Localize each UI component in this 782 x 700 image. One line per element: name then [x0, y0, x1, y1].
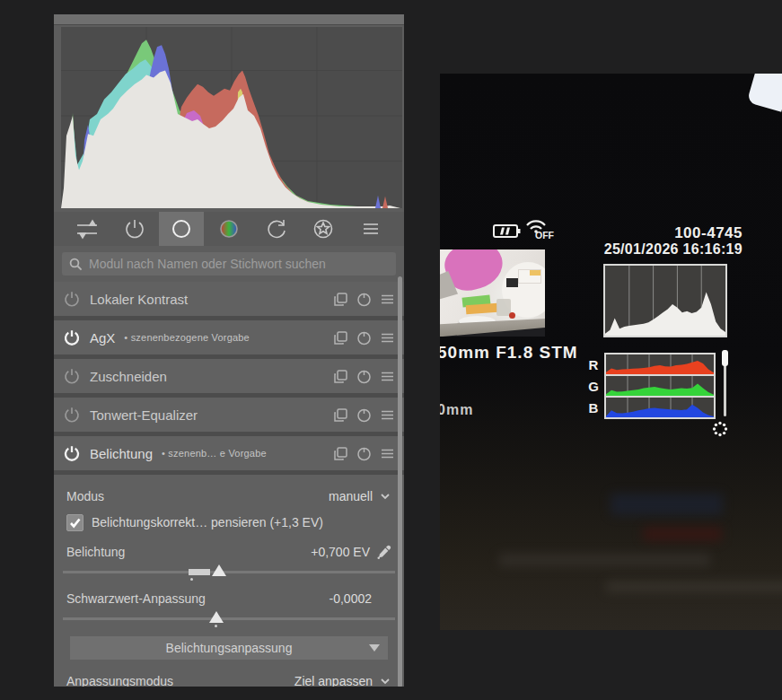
slider-track[interactable] [63, 617, 395, 620]
presets-hamburger[interactable] [348, 212, 393, 246]
hist-tail-blue [375, 196, 381, 208]
lcd-scroll-knob [722, 350, 728, 366]
slider-pointer[interactable] [212, 564, 226, 576]
presets-menu-icon[interactable] [380, 330, 395, 346]
module-title: Tonwert-Equalizer [90, 407, 198, 423]
eyedropper-icon[interactable] [376, 545, 391, 560]
power-icon[interactable] [63, 367, 81, 385]
green-channel-area [606, 383, 714, 396]
tab-color-group[interactable] [206, 212, 251, 246]
file-number: 100-4745 [674, 224, 742, 242]
wifi-status-label: OFF [535, 230, 554, 241]
black-level-value: -0,0002 [329, 591, 372, 606]
power-icon[interactable] [63, 290, 81, 308]
instances-icon[interactable] [333, 446, 348, 461]
small-dark-object [506, 278, 518, 287]
exposure-value: +0,700 EV [311, 545, 370, 559]
power-icon[interactable] [63, 444, 81, 462]
slider-pointer[interactable] [209, 611, 224, 623]
panel-scrollbar[interactable] [398, 276, 402, 687]
presets-menu-icon[interactable] [380, 407, 395, 423]
reset-icon[interactable] [356, 407, 372, 423]
panel-top-scrollbar[interactable] [54, 14, 404, 25]
check-icon [68, 516, 82, 529]
rotate-icon [265, 217, 288, 241]
channel-label-b: B [585, 400, 602, 416]
compensate-checkbox[interactable] [66, 514, 83, 531]
section-belichtungsanpassung[interactable]: Belichtungsanpassung [70, 636, 388, 660]
chevron-down-icon[interactable] [379, 675, 391, 687]
orange-notes [466, 303, 498, 314]
chevron-down-icon[interactable] [379, 490, 391, 503]
search-input[interactable] [89, 257, 389, 271]
module-list: Lokaler Kontrast AgX • szenenbezogene Vo… [54, 282, 404, 687]
presets-menu-icon[interactable] [380, 446, 395, 461]
reset-icon[interactable] [356, 330, 372, 346]
lcd-green-histogram [604, 374, 716, 398]
power-icon[interactable] [63, 328, 81, 346]
instances-icon[interactable] [333, 292, 348, 307]
slider-track[interactable] [63, 571, 395, 573]
belichtung-expanded-body: Modus manuell Belichtungskorrekt… pensie… [54, 475, 404, 687]
module-title: Zuschneiden [90, 369, 167, 384]
module-agx[interactable]: AgX • szenenbezogene Vorgabe [54, 320, 404, 354]
module-title: Belichtung [90, 446, 153, 461]
scope-histogram[interactable] [61, 27, 402, 208]
battery-icon [493, 223, 522, 239]
wall-box-sticker [530, 270, 540, 276]
channel-label-g: G [585, 379, 602, 394]
luminance-area [605, 293, 725, 336]
reset-icon[interactable] [356, 369, 372, 384]
reset-icon[interactable] [356, 292, 372, 307]
slider-default-dot [215, 625, 217, 627]
module-zuschneiden[interactable]: Zuschneiden [54, 359, 404, 393]
faint-blue-reflection [611, 494, 723, 515]
instances-icon[interactable] [333, 407, 348, 423]
tab-correct-group[interactable] [254, 212, 299, 246]
scope-histogram-svg [61, 27, 402, 208]
reset-icon[interactable] [356, 446, 372, 461]
color-wheel-icon [217, 217, 241, 241]
slider-handle[interactable] [189, 569, 210, 575]
lcd-red-histogram [604, 353, 716, 376]
hist-tail-red [382, 197, 388, 208]
mode-label: Modus [66, 489, 104, 503]
black-level-label: Schwarzwert-Anpassung [66, 591, 206, 606]
faint-table-streak-2 [606, 582, 782, 592]
section-label: Belichtungsanpassung [166, 641, 293, 655]
tab-active-modules[interactable] [112, 212, 157, 246]
dial-icon [712, 421, 728, 437]
power-icon [123, 217, 146, 241]
module-tonwert-equalizer[interactable]: Tonwert-Equalizer [54, 398, 404, 432]
exposure-slider[interactable] [63, 564, 395, 581]
module-title: Lokaler Kontrast [90, 292, 188, 307]
focal-length-label: 0mm [440, 402, 473, 418]
exposure-label: Belichtung [66, 545, 125, 559]
presets-menu-icon[interactable] [380, 292, 395, 307]
mode-combobox[interactable]: manuell [329, 489, 373, 503]
power-icon[interactable] [63, 406, 81, 424]
presets-menu-icon[interactable] [380, 369, 395, 384]
module-search[interactable] [62, 252, 396, 276]
tab-basic-group[interactable] [159, 212, 204, 246]
instances-icon[interactable] [333, 369, 348, 384]
module-title: AgX [90, 330, 115, 346]
black-level-slider[interactable] [63, 611, 395, 627]
lcd-luminance-histogram [603, 264, 727, 337]
mapping-label: Anpassungsmodus [66, 674, 173, 687]
blue-channel-area [606, 405, 714, 417]
module-lokaler-kontrast[interactable]: Lokaler Kontrast [54, 282, 404, 316]
module-belichtung[interactable]: Belichtung • szenenb… e Vorgabe [54, 436, 404, 470]
tab-effects-group[interactable] [301, 212, 346, 246]
black-level-row: Schwarzwert-Anpassung -0,0002 [66, 588, 391, 609]
instances-icon[interactable] [333, 330, 348, 346]
red-channel-area [606, 361, 714, 374]
faint-red-reflection [643, 527, 722, 541]
mapping-combobox[interactable]: Ziel anpassen [294, 674, 373, 687]
exposure-row: Belichtung +0,700 EV [66, 541, 391, 563]
compensate-label: Belichtungskorrekt… pensieren (+1,3 EV) [92, 515, 323, 529]
tab-adjust-sliders[interactable] [65, 212, 110, 246]
mapping-row: Anpassungsmodus Ziel anpassen [66, 669, 391, 687]
collapse-arrow-icon [369, 644, 380, 652]
faint-table-streak-1 [499, 554, 710, 566]
